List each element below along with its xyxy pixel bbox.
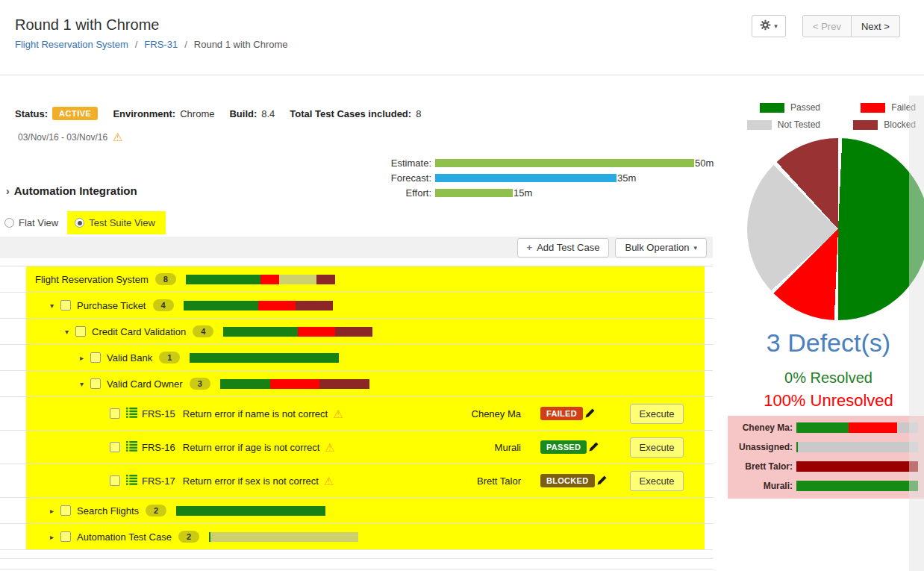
row-highlight: ▸Automation Test Case2 — [26, 524, 705, 549]
automation-integration-section[interactable]: › Automation Integration — [6, 184, 137, 197]
legend-item: Not Tested — [735, 119, 820, 130]
breadcrumb-current: Round 1 with Chrome — [194, 39, 288, 50]
blocked-swatch — [853, 120, 878, 130]
testcase-count-badge: 2 — [146, 505, 166, 517]
edit-status-pencil-icon[interactable] — [596, 474, 608, 488]
execution-status-badge: FAILED — [540, 407, 583, 420]
time-bar — [435, 159, 694, 167]
bulk-operation-button[interactable]: Bulk Operation ▾ — [615, 238, 707, 258]
suite-progress-bar — [220, 379, 369, 389]
row-highlight: FRS-17Return error if sex is not correct… — [26, 464, 705, 497]
breadcrumb-link-release[interactable]: FRS-31 — [144, 39, 178, 50]
settings-button[interactable]: ▾ — [752, 15, 786, 37]
testcase-count-badge: 8 — [155, 273, 176, 285]
row-checkbox[interactable] — [60, 300, 71, 311]
flat-view-radio[interactable] — [4, 218, 14, 228]
test-case-key[interactable]: FRS-17 — [142, 475, 175, 487]
table-row: ▾Credit Card Validation4 — [0, 318, 713, 344]
workload-bar — [796, 422, 918, 433]
chevron-right-icon[interactable]: ▸ — [80, 354, 90, 362]
total-testcases-label: Total Test Cases included: — [290, 108, 411, 119]
cycle-summary: Status: ACTIVE Environment: Chrome Build… — [15, 107, 421, 120]
suite-label[interactable]: Purchase Ticket — [77, 300, 146, 311]
testcase-count-badge: 2 — [178, 531, 199, 543]
time-bar-row: Effort:15m — [368, 185, 714, 200]
legend-label: Passed — [790, 102, 820, 113]
date-range: 03/Nov/16 - 03/Nov/16 — [18, 132, 107, 143]
flat-view-label: Flat View — [19, 217, 58, 228]
progress-segment-passed — [220, 379, 270, 389]
row-checkbox[interactable] — [110, 442, 120, 452]
gear-icon — [760, 19, 771, 34]
chevron-down-icon[interactable]: ▾ — [65, 328, 75, 336]
execute-button[interactable]: Execute — [630, 404, 684, 424]
row-checkbox[interactable] — [90, 352, 101, 363]
execute-zone: Execute — [630, 404, 705, 424]
suite-label[interactable]: Flight Reservation System — [35, 274, 149, 285]
workload-tester-label: Brett Talor: — [728, 461, 796, 472]
table-row: ▸Automation Test Case2 — [0, 523, 713, 549]
workload-bar — [796, 461, 918, 472]
breadcrumb-link-project[interactable]: Flight Reservation System — [15, 39, 128, 50]
suite-label[interactable]: Credit Card Validation — [92, 326, 186, 337]
suite-label[interactable]: Automation Test Case — [77, 531, 172, 543]
test-case-key[interactable]: FRS-16 — [142, 442, 175, 453]
assignee-name: Murali — [409, 442, 521, 453]
row-checkbox[interactable] — [75, 326, 86, 337]
row-checkbox[interactable] — [60, 531, 71, 542]
suite-progress-bar — [176, 506, 325, 516]
execute-button[interactable]: Execute — [630, 471, 684, 491]
warning-icon: ⚠ — [113, 131, 122, 143]
chevron-right-icon[interactable]: ▸ — [50, 507, 60, 515]
pager: < Prev Next > — [802, 15, 900, 37]
defect-count: 3 Defect(s) — [728, 328, 924, 358]
test-case-key[interactable]: FRS-15 — [142, 408, 175, 419]
execute-zone: Execute — [630, 471, 705, 491]
suite-label[interactable]: Valid Card Owner — [107, 378, 183, 390]
suite-label[interactable]: Search Flights — [77, 505, 139, 517]
workload-segment-blocked — [796, 461, 918, 472]
row-checkbox[interactable] — [90, 378, 101, 389]
progress-segment-failed — [270, 379, 320, 389]
execution-pie — [747, 138, 924, 320]
execute-zone: Execute — [630, 437, 705, 458]
chevron-down-icon[interactable]: ▾ — [80, 380, 90, 388]
add-test-case-button[interactable]: + Add Test Case — [517, 238, 610, 258]
row-checkbox[interactable] — [110, 475, 120, 486]
row-checkbox[interactable] — [110, 408, 120, 419]
pie-legend: PassedFailedNot TestedBlocked — [735, 102, 916, 130]
edit-status-pencil-icon[interactable] — [584, 407, 596, 421]
add-test-case-label: Add Test Case — [537, 242, 599, 253]
execute-button[interactable]: Execute — [630, 437, 684, 458]
workload-bar — [796, 481, 918, 491]
chevron-down-icon[interactable]: ▾ — [50, 302, 60, 310]
progress-segment-failed — [258, 301, 296, 311]
table-row: ▾Purchase Ticket4 — [0, 292, 713, 318]
edit-status-pencil-icon[interactable] — [588, 440, 600, 455]
suite-progress-bar — [223, 327, 372, 337]
row-checkbox[interactable] — [60, 505, 71, 516]
workload-segment-passed — [796, 422, 849, 433]
status-zone: BLOCKED — [540, 474, 630, 488]
table-row: FRS-15Return error if name is not correc… — [0, 396, 713, 430]
chevron-right-icon[interactable]: ▸ — [50, 533, 60, 541]
suite-view-highlight: Test Suite View — [67, 211, 166, 234]
page-title: Round 1 with Chrome — [15, 16, 159, 34]
progress-segment-passed — [190, 353, 339, 363]
workload-tester-label: Unassigned: — [728, 442, 796, 452]
workload-tester-label: Murali: — [728, 481, 796, 491]
row-highlight: ▾Valid Card Owner3 — [26, 371, 705, 396]
progress-segment-blocked — [316, 275, 335, 284]
tester-workload-panel: Cheney Ma:Unassigned:Brett Talor:Murali: — [728, 416, 924, 499]
table-row: Flight Reservation System8 — [0, 266, 713, 292]
breadcrumb-separator: / — [135, 39, 138, 50]
suite-label[interactable]: Valid Bank — [107, 352, 152, 363]
prev-button[interactable]: < Prev — [802, 15, 852, 37]
row-highlight: Flight Reservation System8 — [26, 266, 705, 292]
toolbar-spacer — [0, 258, 713, 266]
next-button[interactable]: Next > — [852, 15, 900, 37]
suite-view-radio[interactable] — [75, 218, 84, 228]
testcase-count-badge: 4 — [153, 299, 174, 311]
test-case-icon — [126, 440, 137, 454]
row-highlight: ▾Purchase Ticket4 — [26, 293, 705, 318]
